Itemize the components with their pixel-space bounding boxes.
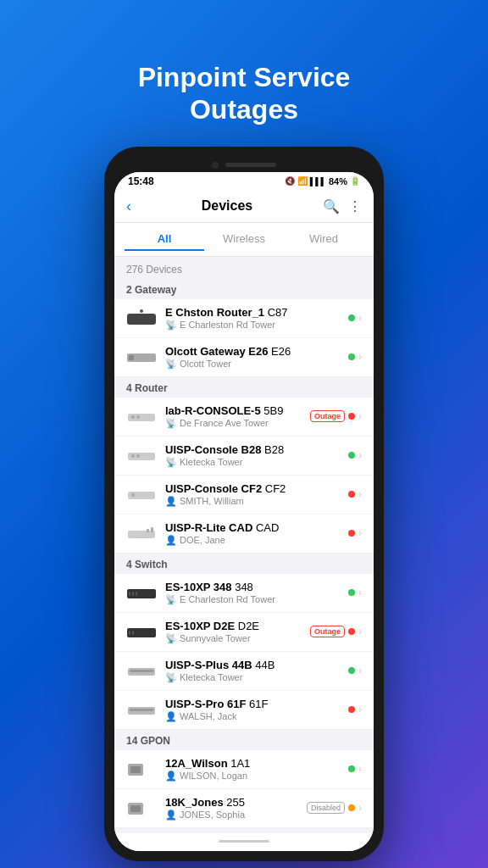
outage-badge: Outage xyxy=(310,410,345,422)
tab-all[interactable]: All xyxy=(125,228,204,251)
device-sub: 📡 Kletecka Tower xyxy=(165,457,340,468)
device-info: UISP-S-Pro 61F 61F 👤 WALSH, Jack xyxy=(165,698,340,722)
speaker-bar xyxy=(225,163,276,167)
device-icon-router2 xyxy=(126,446,157,465)
section-router: 4 Router xyxy=(114,377,374,398)
device-name: 18K_Jones 255 xyxy=(165,796,298,809)
device-item[interactable]: ES-10XP D2E D2E 📡 Sunnyvale Tower Outage… xyxy=(114,613,374,652)
device-right: › xyxy=(348,665,362,676)
device-right: › xyxy=(348,527,362,539)
device-icon-switch4 xyxy=(126,700,157,719)
chevron-icon: › xyxy=(358,665,362,676)
device-item[interactable]: Olcott Gateway E26 E26 📡 Olcott Tower › xyxy=(114,338,374,377)
battery-label: 84% xyxy=(329,176,347,186)
status-time: 15:48 xyxy=(128,175,154,187)
device-item[interactable]: UISP-Console CF2 CF2 👤 SMITH, William › xyxy=(114,476,374,515)
status-dot-red xyxy=(348,628,355,635)
device-item[interactable]: UISP-S-Pro 61F 61F 👤 WALSH, Jack › xyxy=(114,691,374,730)
tabs-bar: All Wireless Wired xyxy=(114,223,374,257)
chevron-icon: › xyxy=(358,410,362,422)
svg-point-11 xyxy=(131,493,135,497)
svg-rect-21 xyxy=(132,631,134,635)
device-right: Disabled › xyxy=(307,802,362,814)
back-button[interactable]: ‹ xyxy=(126,198,131,215)
svg-point-6 xyxy=(136,415,140,419)
device-info: UISP-S-Plus 44B 44B 📡 Kletecka Tower xyxy=(165,659,340,683)
device-name: UISP-S-Plus 44B 44B xyxy=(165,659,340,671)
nav-title: Devices xyxy=(202,198,253,214)
disabled-badge: Disabled xyxy=(307,802,345,814)
user-icon: 👤 xyxy=(165,496,177,507)
chevron-icon: › xyxy=(358,312,362,324)
svg-rect-15 xyxy=(127,589,156,598)
device-sub: 📡 E Charleston Rd Tower xyxy=(165,594,340,605)
section-gateway: 2 Gateway xyxy=(114,279,374,299)
chevron-icon: › xyxy=(358,449,362,461)
device-icon-router1 xyxy=(126,407,157,426)
svg-rect-29 xyxy=(130,805,141,812)
svg-rect-3 xyxy=(129,355,134,360)
svg-point-8 xyxy=(131,454,135,458)
device-sub: 📡 E Charleston Rd Tower xyxy=(165,320,340,331)
chevron-icon: › xyxy=(358,763,362,775)
device-name: UISP-R-Lite CAD CAD xyxy=(165,521,340,534)
status-icons: 🔇 📶 ▌▌▌ 84% 🔋 xyxy=(285,176,360,186)
svg-point-1 xyxy=(140,309,143,313)
phone-wrapper: 15:48 🔇 📶 ▌▌▌ 84% 🔋 ‹ Devices 🔍 ⋮ All Wi… xyxy=(104,147,384,861)
device-right: Outage › xyxy=(310,626,362,637)
status-dot-green xyxy=(348,765,355,772)
search-icon[interactable]: 🔍 xyxy=(323,198,340,214)
phone-screen: 15:48 🔇 📶 ▌▌▌ 84% 🔋 ‹ Devices 🔍 ⋮ All Wi… xyxy=(114,172,374,851)
tab-wired[interactable]: Wired xyxy=(284,228,363,251)
device-item[interactable]: ES-10XP 348 348 📡 E Charleston Rd Tower … xyxy=(114,574,374,613)
chevron-icon: › xyxy=(358,351,362,363)
camera-dot xyxy=(212,162,219,169)
svg-rect-20 xyxy=(129,631,130,635)
device-item[interactable]: lab-R-CONSOLE-5 5B9 📡 De France Ave Towe… xyxy=(114,398,374,437)
device-icon-router4 xyxy=(126,524,157,542)
status-dot-green xyxy=(348,452,355,459)
device-item[interactable]: UISP-S-Plus 44B 44B 📡 Kletecka Tower › xyxy=(114,652,374,691)
device-item[interactable]: UISP-R-Lite CAD CAD 👤 DOE, Jane › xyxy=(114,515,374,554)
more-icon[interactable]: ⋮ xyxy=(348,198,362,214)
status-dot-red xyxy=(348,530,355,537)
status-dot-green xyxy=(348,314,355,321)
wifi-icon: 📶 xyxy=(297,176,308,186)
chevron-icon: › xyxy=(358,587,362,598)
content-area: 276 Devices 2 Gateway E Chston Router_1 … xyxy=(114,257,374,833)
user-icon: 👤 xyxy=(165,771,177,782)
svg-rect-16 xyxy=(129,592,130,596)
device-icon-gpon2 xyxy=(126,798,157,817)
device-info: UISP-Console CF2 CF2 👤 SMITH, William xyxy=(165,482,340,507)
svg-rect-14 xyxy=(151,527,153,532)
device-item[interactable]: 18K_Jones 255 👤 JONES, Sophia Disabled › xyxy=(114,789,374,828)
device-sub: 📡 Olcott Tower xyxy=(165,359,340,370)
device-info: ES-10XP D2E D2E 📡 Sunnyvale Tower xyxy=(165,620,302,644)
device-item[interactable]: UISP-Console B28 B28 📡 Kletecka Tower › xyxy=(114,437,374,476)
status-dot-orange xyxy=(348,804,355,811)
device-info: ES-10XP 348 348 📡 E Charleston Rd Tower xyxy=(165,581,340,605)
device-right: › xyxy=(348,587,362,598)
tower-icon: 📡 xyxy=(165,457,177,468)
device-sub: 👤 WALSH, Jack xyxy=(165,711,340,722)
tab-wireless[interactable]: Wireless xyxy=(204,228,284,251)
device-item[interactable]: 12A_Wilson 1A1 👤 WILSON, Logan › xyxy=(114,750,374,789)
home-indicator xyxy=(114,833,374,851)
svg-rect-0 xyxy=(127,314,156,325)
device-name: E Chston Router_1 C87 xyxy=(165,306,340,319)
section-switch: 4 Switch xyxy=(114,554,374,574)
device-item[interactable]: E Chston Router_1 C87 📡 E Charleston Rd … xyxy=(114,299,374,338)
device-name: UISP-S-Pro 61F 61F xyxy=(165,698,340,710)
device-sub: 📡 Kletecka Tower xyxy=(165,672,340,683)
device-right: › xyxy=(348,763,362,775)
tower-icon: 📡 xyxy=(165,633,177,644)
device-count: 276 Devices xyxy=(114,257,374,279)
status-dot-red xyxy=(348,491,355,498)
chevron-icon: › xyxy=(358,488,362,500)
device-right: › xyxy=(348,312,362,324)
nav-icons: 🔍 ⋮ xyxy=(323,198,362,214)
user-icon: 👤 xyxy=(165,711,177,722)
tower-icon: 📡 xyxy=(165,594,177,605)
battery-icon: 🔋 xyxy=(350,176,360,186)
nav-bar: ‹ Devices 🔍 ⋮ xyxy=(114,191,374,223)
